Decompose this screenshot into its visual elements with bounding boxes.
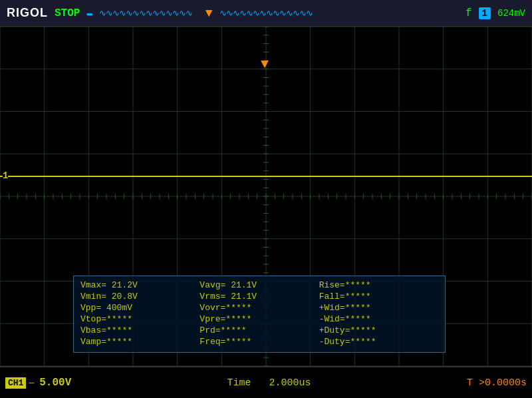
measurement-cell: Vmax= 21.2V <box>80 280 200 290</box>
measurement-cell: Vrms= 21.1V <box>200 292 319 301</box>
measurement-cell: Vovr=***** <box>200 303 319 313</box>
trigger-position-info: T >0.0000s <box>467 377 527 389</box>
measurements-panel: Vmax= 21.2VVavg= 21.1VRise=*****Vmin= 20… <box>73 276 446 353</box>
channel-badge: 1 <box>479 7 491 19</box>
measurement-cell: -Duty=***** <box>319 337 438 347</box>
measurement-cell: +Duty=***** <box>319 325 438 335</box>
measurement-row: Vpp= 400mVVovr=*****+Wid=***** <box>80 303 438 313</box>
time-label: Time <box>227 377 251 389</box>
trigger-marker-icon: ▼ <box>205 7 213 20</box>
measurement-row: Vmin= 20.8VVrms= 21.1VFall=***** <box>80 292 438 301</box>
measurement-cell: +Wid=***** <box>319 303 438 313</box>
measurement-cell: Vavg= 21.1V <box>200 280 319 290</box>
measurement-row: Vmax= 21.2VVavg= 21.1VRise=***** <box>80 280 438 290</box>
bottom-status-bar: CH1 — 5.00V Time 2.000us T >0.0000s <box>0 366 532 398</box>
measurement-cell: Vamp=***** <box>80 337 200 347</box>
measurement-cell: Vpp= 400mV <box>80 303 200 313</box>
ch1-voltage-scale: 5.00V <box>39 377 71 389</box>
measurement-cell: Freq=***** <box>200 337 319 347</box>
ch1-coupling-symbol: — <box>29 378 34 388</box>
trigger-squiggle: ∿∿∿∿∿∿∿∿∿∿∿∿∿∿ <box>99 8 192 19</box>
measurement-row: Vtop=*****Vpre=*****-Wid=***** <box>80 314 438 324</box>
trigger-arrow-icon: ▼ <box>261 57 269 72</box>
status-indicator: STOP <box>55 7 80 19</box>
time-scale-info: Time 2.000us <box>71 377 467 389</box>
measurement-cell: -Wid=***** <box>319 314 438 324</box>
measurement-cell: Vpre=***** <box>200 314 319 324</box>
trigger-level-value: 624mV <box>497 8 525 19</box>
time-value: 2.000us <box>269 377 311 389</box>
measurement-cell: Prd=***** <box>200 325 319 335</box>
measurement-cell: Vbas=***** <box>80 325 200 335</box>
header-bar: RIGOL STOP ▬ ∿∿∿∿∿∿∿∿∿∿∿∿∿∿ ▼ ∿∿∿∿∿∿∿∿∿∿… <box>0 0 532 27</box>
trigger-t-label: T <box>467 377 473 389</box>
battery-icon: ▬ <box>86 8 92 19</box>
measurement-row: Vbas=*****Prd=*****+Duty=***** <box>80 325 438 335</box>
ch1-ground-marker: 1 <box>3 170 8 181</box>
measurement-cell: Vtop=***** <box>80 314 200 324</box>
measurement-row: Vamp=*****Freq=*****-Duty=***** <box>80 337 438 347</box>
measurement-cell: Fall=***** <box>319 292 438 301</box>
ch1-label: CH1 <box>5 377 26 389</box>
signal-trace-ch1 <box>0 176 532 177</box>
ch1-indicator: CH1 — 5.00V <box>5 377 71 389</box>
rigol-logo: RIGOL <box>7 6 48 20</box>
oscilloscope-screen: ▼ 1 Vmax= 21.2VVavg= 21.1VRise=*****Vmin… <box>0 27 532 366</box>
measurement-cell: Vmin= 20.8V <box>80 292 200 301</box>
trigger-position-value: >0.0000s <box>479 377 527 389</box>
measurement-cell: Rise=***** <box>319 280 438 290</box>
trigger-squiggle-right: ∿∿∿∿∿∿∿∿∿∿∿∿∿∿ <box>219 8 313 19</box>
function-icon: f <box>466 7 472 19</box>
